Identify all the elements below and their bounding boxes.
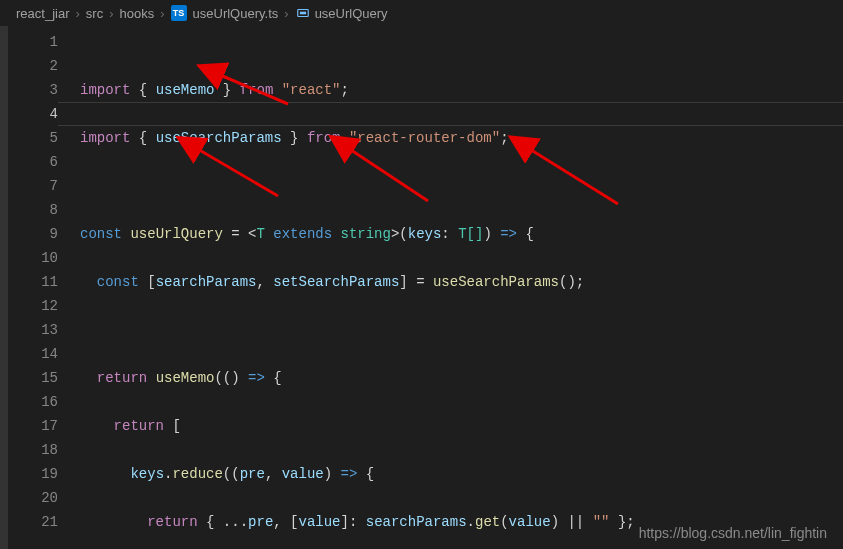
line-number[interactable]: 16	[8, 390, 58, 414]
line-number-gutter: 1 2 3 4 5 6 7 8 9 10 11 12 13 14 15 16 1…	[8, 26, 58, 549]
line-number[interactable]: 11	[8, 270, 58, 294]
line-number[interactable]: 15	[8, 366, 58, 390]
line-number[interactable]: 12	[8, 294, 58, 318]
line-number[interactable]: 7	[8, 174, 58, 198]
code-line: keys.reduce((pre, value) => {	[80, 462, 843, 486]
code-line: return useMemo(() => {	[80, 366, 843, 390]
line-number[interactable]: 20	[8, 486, 58, 510]
code-editor[interactable]: 1 2 3 4 5 6 7 8 9 10 11 12 13 14 15 16 1…	[0, 26, 843, 549]
gutter	[0, 26, 8, 549]
line-number[interactable]: 9	[8, 222, 58, 246]
watermark: https://blog.csdn.net/lin_fightin	[639, 525, 827, 541]
line-number[interactable]: 4	[8, 102, 58, 126]
typescript-file-icon: TS	[171, 5, 187, 21]
svg-rect-1	[300, 12, 306, 15]
code-line: return [	[80, 414, 843, 438]
code-line	[80, 174, 843, 198]
breadcrumb-item[interactable]: react_jiar	[16, 6, 69, 21]
line-number[interactable]: 1	[8, 30, 58, 54]
code-line	[80, 318, 843, 342]
breadcrumb: react_jiar › src › hooks › TS useUrlQuer…	[0, 0, 843, 26]
line-number[interactable]: 2	[8, 54, 58, 78]
line-number[interactable]: 13	[8, 318, 58, 342]
chevron-right-icon: ›	[75, 6, 79, 21]
breadcrumb-item[interactable]: src	[86, 6, 103, 21]
code-line: const useUrlQuery = <T extends string>(k…	[80, 222, 843, 246]
code-line: import { useMemo } from "react";	[80, 78, 843, 102]
chevron-right-icon: ›	[109, 6, 113, 21]
line-number[interactable]: 10	[8, 246, 58, 270]
line-number[interactable]: 5	[8, 126, 58, 150]
line-number[interactable]: 21	[8, 510, 58, 534]
symbol-variable-icon	[295, 5, 311, 21]
line-number[interactable]: 17	[8, 414, 58, 438]
line-number[interactable]: 6	[8, 150, 58, 174]
line-number[interactable]: 3	[8, 78, 58, 102]
code-area[interactable]: import { useMemo } from "react"; import …	[58, 26, 843, 549]
active-line-highlight	[58, 102, 843, 126]
code-line: const [searchParams, setSearchParams] = …	[80, 270, 843, 294]
line-number[interactable]: 18	[8, 438, 58, 462]
line-number[interactable]: 14	[8, 342, 58, 366]
breadcrumb-symbol[interactable]: useUrlQuery	[315, 6, 388, 21]
line-number[interactable]: 19	[8, 462, 58, 486]
chevron-right-icon: ›	[160, 6, 164, 21]
line-number[interactable]: 8	[8, 198, 58, 222]
code-line: import { useSearchParams } from "react-r…	[80, 126, 843, 150]
breadcrumb-item[interactable]: hooks	[120, 6, 155, 21]
breadcrumb-file[interactable]: useUrlQuery.ts	[193, 6, 279, 21]
chevron-right-icon: ›	[284, 6, 288, 21]
